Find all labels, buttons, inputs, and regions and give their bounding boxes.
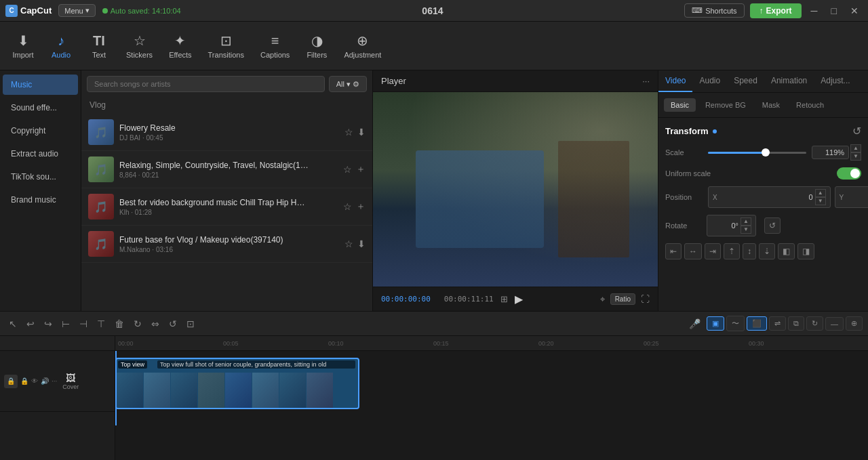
pos-y-input[interactable] — [846, 193, 868, 201]
fullscreen-button[interactable]: ⛶ — [641, 293, 650, 305]
scale-row: Scale 119% ▲ ▼ — [665, 144, 861, 161]
pip-btn[interactable]: ⧉ — [788, 316, 804, 331]
detach-button[interactable]: ⊣ — [76, 316, 91, 331]
pos-x-input[interactable] — [719, 193, 813, 201]
ratio-button[interactable]: Ratio — [610, 293, 635, 305]
subtitle-btn[interactable]: ⬛ — [747, 316, 767, 331]
tool-effects[interactable]: ✦ Effects — [162, 28, 198, 63]
rotate-up[interactable]: ▲ — [741, 217, 751, 226]
tab-animation[interactable]: Animation — [764, 70, 814, 92]
search-input[interactable] — [87, 76, 325, 92]
subtab-mask[interactable]: Mask — [755, 98, 787, 112]
align-center-h-button[interactable]: ↔ — [684, 243, 702, 259]
reset-button[interactable]: ↺ — [852, 125, 861, 138]
favorite-button[interactable]: ☆ — [343, 163, 352, 175]
video-clip[interactable]: Top view Top view full shot of senior co… — [115, 358, 359, 409]
list-item[interactable]: 🎵 Relaxing, Simple, Countryside, Travel,… — [81, 151, 372, 188]
undo-button[interactable]: ↩ — [23, 316, 38, 331]
pos-x-down[interactable]: ▼ — [815, 197, 826, 205]
sidebar-item-tiktok[interactable]: TikTok sou... — [3, 167, 78, 187]
tool-text[interactable]: TI Text — [81, 29, 117, 63]
split-button[interactable]: ⊢ — [58, 316, 73, 331]
minimize-button[interactable]: ─ — [807, 4, 822, 18]
play-button[interactable]: ▶ — [515, 293, 523, 306]
pos-x-up[interactable]: ▲ — [815, 189, 826, 197]
loop-button[interactable]: ↻ — [130, 316, 145, 331]
shortcuts-button[interactable]: ⌨ Shortcuts — [684, 3, 744, 18]
tab-video[interactable]: Video — [658, 70, 692, 92]
loop2-btn[interactable]: ↻ — [806, 316, 823, 331]
filter-button[interactable]: All ▾ ⚙ — [329, 76, 367, 92]
tool-captions[interactable]: ≡ Captions — [254, 29, 296, 63]
cover-button[interactable]: 🖼 Cover — [62, 373, 79, 390]
subtab-remove-bg[interactable]: Remove BG — [698, 98, 753, 112]
track-visibility-button[interactable]: 👁 — [31, 377, 38, 385]
video-clip-btn[interactable]: ▣ — [707, 316, 724, 331]
list-item[interactable]: 🎵 Flowery Resale DJ BAI · 00:45 ☆ ⬇ — [81, 114, 372, 151]
crop-tl-button[interactable]: ⊡ — [183, 316, 198, 331]
sidebar-item-sound-effects[interactable]: Sound effe... — [3, 98, 78, 118]
align-bottom-button[interactable]: ⇣ — [759, 243, 775, 259]
tool-stickers[interactable]: ☆ Stickers — [119, 28, 159, 63]
tool-import[interactable]: ⬇ Import — [5, 28, 41, 63]
flip-button[interactable]: ↺ — [764, 217, 781, 234]
list-item[interactable]: 🎵 Best for video background music Chill … — [81, 188, 372, 226]
tool-transitions[interactable]: ⊡ Transitions — [201, 28, 251, 63]
track-audio-button[interactable]: 🔊 — [41, 377, 49, 385]
tab-speed[interactable]: Speed — [727, 70, 764, 92]
tab-audio[interactable]: Audio — [692, 70, 727, 92]
tab-adjust[interactable]: Adjust... — [814, 70, 856, 92]
track-more-button[interactable]: ··· — [52, 377, 57, 385]
export-button[interactable]: ↑ Export — [750, 3, 802, 18]
tool-audio[interactable]: ♪ Audio — [43, 29, 79, 63]
track-lock-button[interactable]: 🔒 — [20, 377, 28, 385]
favorite-button[interactable]: ☆ — [343, 201, 352, 213]
playhead — [115, 351, 117, 425]
sidebar-item-music[interactable]: Music — [3, 75, 78, 95]
tool-adjustment[interactable]: ⊕ Adjustment — [337, 28, 388, 63]
close-button[interactable]: ✕ — [846, 4, 863, 18]
sync-btn[interactable]: ⇌ — [769, 316, 786, 331]
minus-btn[interactable]: — — [825, 317, 844, 331]
mirror-button[interactable]: ⇔ — [148, 316, 163, 331]
cursor-tool-button[interactable]: ↖ — [5, 316, 20, 331]
align-left-edge[interactable]: ◧ — [778, 243, 795, 259]
scale-up-button[interactable]: ▲ — [850, 144, 861, 152]
rotate-input[interactable] — [711, 222, 738, 230]
scale-down-button[interactable]: ▼ — [850, 152, 861, 161]
crop-button[interactable]: ⌖ — [600, 293, 605, 305]
mic-button[interactable]: 🎤 — [686, 316, 704, 331]
subtab-retouch[interactable]: Retouch — [789, 98, 831, 112]
rotate-tl-button[interactable]: ↺ — [165, 316, 180, 331]
favorite-button[interactable]: ☆ — [344, 127, 353, 138]
subtab-basic[interactable]: Basic — [664, 98, 696, 112]
delete-button[interactable]: 🗑 — [111, 316, 127, 331]
sidebar-item-brand-music[interactable]: Brand music — [3, 190, 78, 210]
add-button[interactable]: ＋ — [356, 201, 366, 213]
align-right-button[interactable]: ⇥ — [705, 243, 721, 259]
rotate-down[interactable]: ▼ — [741, 226, 751, 234]
scale-slider[interactable] — [708, 152, 806, 154]
player-menu-button[interactable]: ··· — [642, 76, 650, 86]
redo-button[interactable]: ↪ — [41, 316, 56, 331]
plus-btn[interactable]: ⊕ — [846, 316, 863, 331]
uniform-scale-row: Uniform scale — [665, 167, 861, 180]
align-center-v-button[interactable]: ↕ — [743, 243, 756, 259]
sidebar-item-copyright[interactable]: Copyright — [3, 121, 78, 141]
crop-trim-button[interactable]: ⊤ — [94, 316, 108, 331]
align-right-edge[interactable]: ◨ — [797, 243, 814, 259]
align-top-button[interactable]: ⇡ — [724, 243, 740, 259]
maximize-button[interactable]: □ — [827, 4, 841, 18]
audio-wave-btn[interactable]: 〜 — [726, 316, 745, 331]
tool-filters[interactable]: ◑ Filters — [299, 28, 334, 63]
uniform-scale-toggle[interactable] — [837, 167, 861, 180]
download-button[interactable]: ⬇ — [357, 238, 366, 249]
sidebar-item-extract-audio[interactable]: Extract audio — [3, 144, 78, 164]
download-button[interactable]: ⬇ — [357, 127, 366, 138]
list-item[interactable]: 🎵 Future base for Vlog / Makeup video(39… — [81, 226, 372, 263]
grid-view-button[interactable]: ⊞ — [500, 294, 508, 304]
favorite-button[interactable]: ☆ — [344, 238, 353, 249]
menu-button[interactable]: Menu ▾ — [58, 4, 96, 17]
add-button[interactable]: ＋ — [356, 163, 366, 175]
align-left-button[interactable]: ⇤ — [665, 243, 682, 259]
